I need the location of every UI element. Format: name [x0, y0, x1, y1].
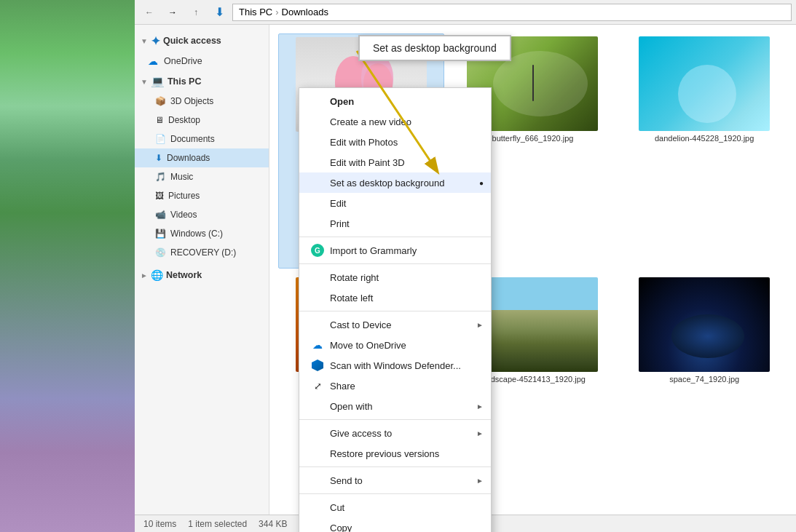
ctx-edit[interactable]: Edit	[299, 193, 491, 213]
recovery-d-label: RECOVERY (D:)	[170, 247, 236, 258]
down-arrow-button[interactable]: ⬇	[209, 4, 229, 21]
videos-icon: 📹	[155, 210, 166, 220]
ctx-cast-label: Cast to Device	[330, 319, 392, 330]
downloads-icon: ⬇	[155, 153, 162, 163]
share-icon: ⤢	[311, 379, 324, 392]
address-folder: Downloads	[282, 7, 328, 17]
rotate-right-icon	[311, 271, 324, 284]
this-pc-label: This PC	[168, 76, 202, 87]
desktop-wallpaper	[0, 0, 135, 532]
ctx-cut[interactable]: Cut	[299, 497, 491, 517]
ctx-grammarly-label: Import to Grammarly	[330, 245, 417, 256]
network-header[interactable]: ► 🌐 Network	[135, 265, 269, 285]
ctx-edit-paint3d[interactable]: Edit with Paint 3D	[299, 152, 491, 172]
ctx-open[interactable]: Open	[299, 91, 491, 111]
recovery-d-icon: 💿	[155, 247, 166, 258]
sidebar-item-music[interactable]: 🎵 Music	[135, 167, 269, 186]
ctx-print-label: Print	[330, 218, 350, 229]
sidebar-item-onedrive[interactable]: ☁ OneDrive	[135, 51, 269, 71]
tooltip-label: Set as desktop background	[358, 35, 511, 61]
ctx-grammarly[interactable]: G Import to Grammarly	[299, 240, 491, 261]
ctx-sep-4	[299, 419, 491, 420]
left-sidebar: ▼ ✦ Quick access ☁ OneDrive ▼ 💻 This PC	[135, 25, 269, 515]
sidebar-item-documents[interactable]: 📄 Documents	[135, 130, 269, 148]
ctx-open-with[interactable]: Open with ►	[299, 396, 491, 416]
ctx-cast[interactable]: Cast to Device ►	[299, 314, 491, 335]
quick-access-header[interactable]: ▼ ✦ Quick access	[135, 31, 269, 51]
ctx-set-desktop-bg[interactable]: Set as desktop background ●	[299, 172, 491, 193]
ctx-copy[interactable]: Copy	[299, 517, 491, 532]
ctx-share[interactable]: ⤢ Share	[299, 376, 491, 396]
print-icon	[311, 217, 324, 230]
give-access-icon	[311, 426, 324, 440]
ctx-rotate-right-label: Rotate right	[330, 272, 379, 283]
thumb-dandelion	[639, 36, 770, 131]
sidebar-item-recovery-d[interactable]: 💿 RECOVERY (D:)	[135, 243, 269, 262]
file-name-dandelion: dandelion-445228_1920.jpg	[655, 134, 754, 143]
forward-button[interactable]: →	[162, 4, 183, 21]
file-item-dandelion[interactable]: dandelion-445228_1920.jpg	[621, 33, 787, 269]
give-access-arrow: ►	[476, 429, 484, 437]
music-label: Music	[170, 172, 193, 182]
send-to-arrow: ►	[476, 477, 484, 485]
pictures-label: Pictures	[168, 191, 200, 201]
sidebar-item-windows-c[interactable]: 💾 Windows (C:)	[135, 224, 269, 243]
this-pc-header[interactable]: ▼ 💻 This PC	[135, 71, 269, 92]
3dobjects-label: 3D Objects	[170, 96, 213, 106]
ctx-sep-3	[299, 311, 491, 311]
windows-c-icon: 💾	[155, 229, 166, 239]
documents-label: Documents	[170, 134, 215, 144]
ctx-create-video[interactable]: Create a new video	[299, 111, 491, 132]
sidebar-item-pictures[interactable]: 🖼 Pictures	[135, 186, 269, 205]
open-with-arrow: ►	[476, 402, 484, 410]
ctx-send-to[interactable]: Send to ►	[299, 470, 491, 491]
quick-access-label: Quick access	[163, 36, 221, 46]
defender-icon	[311, 359, 324, 372]
ctx-cut-label: Cut	[330, 502, 344, 513]
ctx-open-label: Open	[330, 96, 354, 107]
ctx-copy-label: Copy	[330, 523, 352, 533]
ctx-rotate-right[interactable]: Rotate right	[299, 267, 491, 287]
grammarly-icon: G	[311, 244, 324, 257]
open-with-icon	[311, 400, 324, 413]
file-item-space[interactable]: space_74_1920.jpg	[621, 274, 787, 506]
address-this-pc: This PC	[239, 7, 272, 17]
ctx-onedrive-label: Move to OneDrive	[330, 340, 406, 351]
ctx-defender[interactable]: Scan with Windows Defender...	[299, 355, 491, 376]
ctx-onedrive-icon: ☁	[311, 338, 324, 352]
ctx-give-access[interactable]: Give access to ►	[299, 423, 491, 443]
sidebar-item-downloads[interactable]: ⬇ Downloads	[135, 148, 269, 167]
sidebar-item-desktop[interactable]: 🖥 Desktop	[135, 111, 269, 130]
set-desktop-icon	[311, 176, 324, 189]
send-to-icon	[311, 474, 324, 487]
onedrive-label: OneDrive	[164, 56, 202, 66]
ctx-edit-photos[interactable]: Edit with Photos	[299, 132, 491, 152]
ctx-give-access-label: Give access to	[330, 428, 392, 439]
3dobjects-icon: 📦	[155, 96, 166, 106]
ctx-rotate-left-label: Rotate left	[330, 293, 373, 303]
edit-photos-icon	[311, 135, 324, 148]
sidebar-item-3dobjects[interactable]: 📦 3D Objects	[135, 92, 269, 111]
sidebar-item-videos[interactable]: 📹 Videos	[135, 205, 269, 224]
create-video-icon	[311, 115, 324, 128]
address-bar[interactable]: This PC › Downloads	[232, 4, 792, 21]
pictures-icon: 🖼	[155, 191, 164, 201]
context-menu: Open Create a new video Edit with Photos…	[299, 87, 492, 532]
ctx-rotate-left[interactable]: Rotate left	[299, 287, 491, 308]
ctx-onedrive[interactable]: ☁ Move to OneDrive	[299, 335, 491, 355]
downloads-label: Downloads	[167, 153, 210, 163]
ctx-print[interactable]: Print	[299, 213, 491, 234]
ctx-edit-paint3d-label: Edit with Paint 3D	[330, 157, 405, 168]
address-separator: ›	[275, 7, 278, 17]
up-button[interactable]: ↑	[186, 4, 206, 21]
ctx-set-desktop-label: Set as desktop background	[330, 178, 445, 188]
back-button[interactable]: ←	[139, 4, 159, 21]
network-label: Network	[166, 270, 202, 280]
address-bar-row: ← → ↑ ⬇ This PC › Downloads	[135, 0, 796, 25]
onedrive-icon: ☁	[146, 55, 159, 68]
windows-c-label: Windows (C:)	[170, 229, 223, 239]
ctx-restore-versions-label: Restore previous versions	[330, 448, 439, 459]
desktop-label: Desktop	[168, 115, 200, 125]
ctx-restore-versions[interactable]: Restore previous versions	[299, 443, 491, 464]
desktop-icon: 🖥	[155, 115, 164, 125]
